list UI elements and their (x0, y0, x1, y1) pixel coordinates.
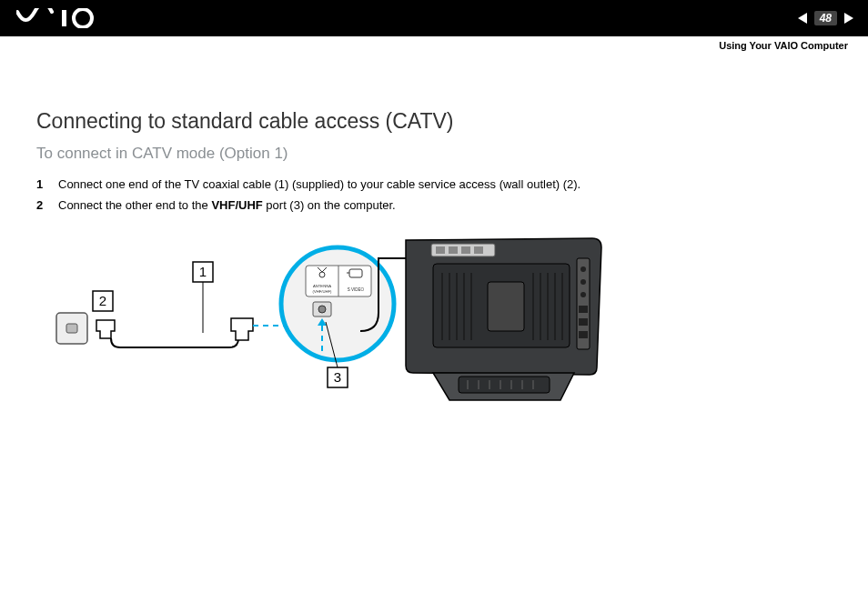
header-bar: 48 (0, 0, 868, 36)
step-number: 1 (36, 174, 45, 195)
vaio-logo (16, 8, 116, 28)
svg-rect-26 (436, 246, 445, 254)
svg-rect-27 (449, 246, 458, 254)
svg-rect-40 (488, 282, 524, 331)
svg-text:ANTENNA: ANTENNA (313, 284, 331, 288)
svg-point-44 (580, 292, 586, 297)
step-number: 2 (36, 195, 45, 216)
callout-2-text: 2 (99, 293, 106, 308)
svg-point-43 (580, 279, 586, 285)
page-content: Connecting to standard cable access (CAT… (0, 36, 868, 407)
svg-rect-48 (459, 377, 550, 393)
step-2: 2 Connect the other end to the VHF/UHF p… (36, 195, 832, 216)
connection-diagram: 2 1 ANTENNA (VHF/UHF) S VIDEO (51, 231, 832, 407)
svg-rect-47 (579, 331, 588, 338)
callout-3-text: 3 (334, 369, 341, 385)
page-number: 48 (814, 11, 837, 25)
svg-point-20 (318, 306, 326, 313)
page-navigation: 48 (798, 11, 853, 25)
svg-rect-28 (461, 246, 470, 254)
svg-point-42 (580, 266, 586, 272)
prev-page-arrow-icon[interactable] (798, 13, 807, 24)
svg-text:S VIDEO: S VIDEO (348, 287, 365, 292)
section-title: Using Your VAIO Computer (719, 40, 848, 51)
svg-text:(VHF/UHF): (VHF/UHF) (313, 289, 333, 294)
page-subtitle: To connect in CATV mode (Option 1) (36, 145, 832, 163)
step-1: 1 Connect one end of the TV coaxial cabl… (36, 174, 832, 195)
svg-rect-45 (579, 306, 588, 313)
instruction-list: 1 Connect one end of the TV coaxial cabl… (36, 174, 832, 216)
svg-point-8 (281, 247, 394, 360)
page-title: Connecting to standard cable access (CAT… (36, 109, 832, 134)
svg-rect-0 (62, 10, 66, 26)
svg-rect-3 (66, 324, 77, 333)
svg-point-1 (74, 9, 92, 27)
svg-rect-46 (579, 318, 588, 326)
computer-rear-illustration (406, 238, 601, 400)
step-text: Connect the other end to the VHF/UHF por… (58, 195, 396, 216)
svg-rect-29 (474, 246, 483, 254)
step-text: Connect one end of the TV coaxial cable … (58, 174, 580, 195)
callout-1-text: 1 (199, 264, 207, 279)
next-page-arrow-icon[interactable] (844, 13, 853, 24)
